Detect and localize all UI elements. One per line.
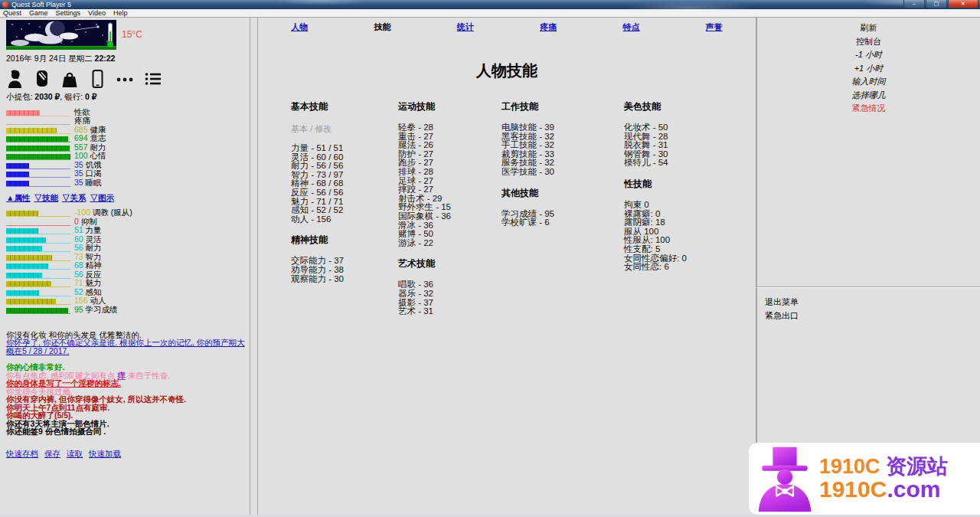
action-link[interactable]: 选择哪几: [757, 89, 980, 103]
minimize-button[interactable]: –: [903, 0, 925, 8]
action-link[interactable]: 输入时间: [757, 75, 980, 89]
tab-疼痛[interactable]: 疼痛: [507, 21, 590, 33]
attribute-bar-row: 156 动人: [6, 296, 250, 306]
bag-label: 小提包:: [6, 92, 34, 101]
save-load-link[interactable]: 快速存档: [6, 449, 38, 458]
maximize-button[interactable]: ▢: [926, 0, 947, 8]
stat-bar-fill: [6, 308, 68, 313]
stat-bar-track: [6, 171, 70, 178]
attribute-stat-bars: -100 调教 (服从)0 抑制51 力量60 灵活56 耐力73 智力68 精…: [6, 208, 250, 314]
attribute-bar-row: 52 感知: [6, 287, 250, 296]
stat-label: 心情: [90, 151, 106, 160]
stat-bar-fill: [6, 181, 29, 186]
stat-section-links: ▲属性▽技能▽关系▽图示: [6, 193, 250, 204]
exit-menu-link[interactable]: 退出菜单: [765, 295, 980, 309]
stat-section-link[interactable]: ▽关系: [62, 193, 87, 202]
stat-bar-row: 685 健康: [6, 125, 250, 134]
stat-bar-track: [6, 245, 70, 252]
stat-value: 56: [74, 270, 83, 279]
skill-group-header: 美色技能: [624, 100, 754, 113]
stat-section-link[interactable]: ▽图示: [90, 193, 114, 202]
skill-group-header: 性技能: [624, 178, 754, 191]
stat-bar-fill: [6, 228, 38, 234]
stat-label: 智力: [86, 252, 102, 261]
stat-section-link[interactable]: ▲属性: [6, 193, 30, 202]
save-load-link[interactable]: 保存: [44, 449, 60, 458]
tab-人物[interactable]: 人物: [258, 21, 341, 33]
skill-item: 轻拳 - 28: [398, 123, 501, 133]
skill-item: 医学技能 - 30: [501, 168, 624, 177]
stat-bar-track: [6, 263, 70, 270]
inline-link[interactable]: 你怀孕了, 你还不确定父亲是谁. 根据你上一次的记忆, 你的预产期大概在5 / …: [6, 338, 245, 355]
stat-section-link[interactable]: ▽技能: [34, 193, 58, 202]
action-link[interactable]: +1 小时: [757, 62, 980, 76]
stat-label: 抑制: [81, 217, 97, 226]
skill-item: 观察能力 - 30: [291, 275, 398, 284]
handbag-icon[interactable]: [60, 69, 80, 89]
menu-item-settings[interactable]: Settings: [56, 9, 81, 17]
attribute-bar-row: 0 抑制: [6, 217, 250, 226]
tab-统计[interactable]: 统计: [424, 21, 507, 33]
ellipsis-icon[interactable]: [115, 69, 135, 89]
app-window: Quest Soft Player 5 – ▢ ✕ QuestGameSetti…: [0, 0, 980, 517]
stat-bar-track: [6, 136, 70, 142]
stat-bar-track: [6, 162, 70, 169]
action-link[interactable]: -1 小时: [757, 48, 980, 62]
status-line: 你还能签9 份色情拍摄合同 .: [6, 427, 250, 436]
panel-gutter: [250, 18, 257, 515]
skill-item: 赌博 - 50: [398, 230, 501, 239]
stat-bar-track: [6, 272, 70, 279]
mirror-icon[interactable]: [33, 69, 51, 89]
stat-bar-track: [6, 298, 70, 305]
stat-bar-track: [6, 237, 70, 244]
weather-image: [6, 20, 116, 50]
skill-item: 反应 - 56 / 56: [291, 188, 398, 198]
menu-bar: QuestGameSettingsVideoHelp: [0, 9, 980, 17]
stat-bar-track: [6, 290, 70, 296]
stat-bar-track: [6, 307, 70, 314]
menu-item-quest[interactable]: Quest: [3, 9, 21, 17]
stat-bar-fill: [6, 237, 46, 243]
exit-menu-link[interactable]: 紧急出口: [765, 309, 980, 322]
stat-bar-fill: [6, 290, 39, 296]
stat-bar-fill: [6, 273, 42, 278]
action-link[interactable]: 紧急情况: [757, 102, 980, 116]
stat-label: 耐力: [90, 142, 106, 152]
temperature-label: 15°C: [122, 29, 142, 50]
list-icon[interactable]: [143, 69, 163, 89]
stat-value: 60: [74, 234, 83, 244]
action-link[interactable]: 刷新: [757, 21, 980, 35]
menu-item-video[interactable]: Video: [88, 9, 106, 17]
save-load-link[interactable]: 快速加载: [89, 449, 121, 458]
page-title: 人物技能: [258, 61, 756, 81]
watermark-tld: .com: [887, 476, 940, 502]
stat-label: 动人: [90, 296, 106, 305]
stat-value: 56: [74, 243, 83, 252]
stat-bar-track: [6, 180, 70, 187]
bag-value: 2030 ₽: [34, 92, 60, 101]
close-button[interactable]: ✕: [948, 0, 978, 8]
stat-label: 意志: [90, 133, 106, 142]
phone-icon[interactable]: [88, 69, 106, 89]
skill-subheader: 基本 / 修改: [291, 123, 398, 135]
stat-bar-track: [6, 219, 70, 226]
stat-bar-row: 35 睡眠: [6, 178, 250, 187]
action-link[interactable]: 控制台: [757, 35, 980, 49]
tab-特点[interactable]: 特点: [590, 21, 672, 33]
status-panel: 15°C 2016年 9月 24日 星期二 22:22: [0, 18, 250, 515]
status-line: 你怀孕了, 你还不确定父亲是谁. 根据你上一次的记忆, 你的预产期大概在5 / …: [6, 339, 250, 355]
menu-item-help[interactable]: Help: [113, 9, 128, 17]
stat-bar-track: [6, 118, 70, 125]
menu-item-game[interactable]: Game: [29, 9, 48, 17]
save-load-link[interactable]: 读取: [67, 449, 83, 458]
skill-item: 学校旷课 - 6: [501, 218, 624, 227]
stat-value: 51: [74, 225, 83, 234]
skill-item: 女同性恋: 6: [624, 263, 754, 272]
stat-value: 685: [74, 125, 88, 134]
stat-bar-fill: [6, 110, 40, 116]
skill-item: 力量 - 51 / 51: [291, 144, 398, 153]
portrait-icon[interactable]: [6, 69, 24, 89]
tab-技能[interactable]: 技能: [341, 21, 423, 33]
stat-label: 灵活: [86, 234, 102, 244]
tab-声誉[interactable]: 声誉: [673, 21, 756, 33]
